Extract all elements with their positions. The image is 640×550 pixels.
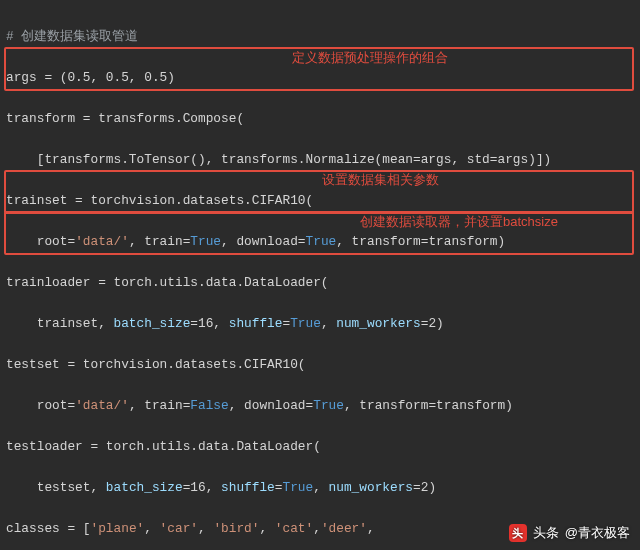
annotation-label-3: 创建数据读取器，并设置batchsize [360, 213, 558, 231]
code-line: transform = transforms.Compose( [6, 111, 244, 126]
watermark: 头 头条 @青衣极客 [509, 524, 630, 542]
code-editor: # 创建数据集读取管道 args = (0.5, 0.5, 0.5) trans… [0, 0, 640, 550]
code-line: classes = ['plane', 'car', 'bird', 'cat'… [6, 521, 375, 536]
code-line: trainset = torchvision.datasets.CIFAR10( [6, 193, 313, 208]
code-line: testset = torchvision.datasets.CIFAR10( [6, 357, 306, 372]
code-line: testloader = torch.utils.data.DataLoader… [6, 439, 321, 454]
kwarg: batch_size [114, 316, 191, 331]
bool: True [190, 234, 221, 249]
code-line: root= [6, 234, 75, 249]
watermark-prefix: 头条 [533, 524, 559, 542]
watermark-handle: @青衣极客 [565, 524, 630, 542]
annotation-label-2: 设置数据集相关参数 [322, 171, 439, 189]
code-line: args = (0.5, 0.5, 0.5) [6, 70, 175, 85]
code-line: trainloader = torch.utils.data.DataLoade… [6, 275, 329, 290]
watermark-logo-icon: 头 [509, 524, 527, 542]
annotation-label-1: 定义数据预处理操作的组合 [292, 49, 448, 67]
string: 'data/' [75, 234, 129, 249]
code-line: [transforms.ToTensor(), transforms.Norma… [6, 152, 551, 167]
comment: # 创建数据集读取管道 [6, 29, 138, 44]
